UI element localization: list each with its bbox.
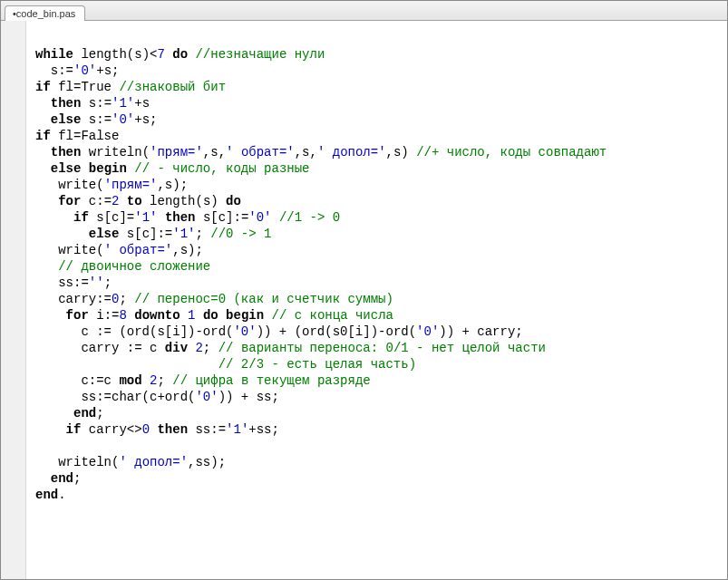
line: // 2/3 - есть целая часть) bbox=[35, 357, 416, 372]
line: while length(s)<7 do //незначащие нули bbox=[35, 47, 325, 62]
line: else s:='0'+s; bbox=[35, 112, 157, 127]
line: if fl=False bbox=[35, 129, 119, 143]
line: for i:=8 downto 1 do begin // с конца чи… bbox=[35, 308, 393, 323]
tab-label: •code_bin.pas bbox=[13, 8, 75, 19]
line: s:='0'+s; bbox=[35, 63, 119, 78]
line: carry := c div 2; // варианты переноса: … bbox=[35, 341, 546, 355]
line: c := (ord(s[i])-ord('0')) + (ord(s0[i])-… bbox=[35, 324, 523, 339]
code-area[interactable]: while length(s)<7 do //незначащие нули s… bbox=[26, 21, 727, 579]
line: if s[c]='1' then s[c]:='0' //1 -> 0 bbox=[35, 210, 340, 225]
line: write(' обрат=',s); bbox=[35, 243, 203, 257]
line: if fl=True //знаковый бит bbox=[35, 80, 226, 94]
gutter bbox=[1, 21, 26, 579]
line: carry:=0; // перенос=0 (как и счетчик су… bbox=[35, 292, 393, 306]
tab-code-bin[interactable]: •code_bin.pas bbox=[5, 5, 85, 21]
line: end; bbox=[35, 471, 81, 486]
line: ss:=char(c+ord('0')) + ss; bbox=[35, 390, 279, 404]
editor: while length(s)<7 do //незначащие нули s… bbox=[1, 21, 727, 579]
tab-bar: •code_bin.pas bbox=[1, 1, 727, 21]
line: end. bbox=[35, 488, 66, 502]
line: for c:=2 to length(s) do bbox=[35, 194, 241, 208]
line: else begin // - число, коды разные bbox=[35, 161, 309, 176]
line: write('прям=',s); bbox=[35, 178, 188, 192]
line: then s:='1'+s bbox=[35, 96, 150, 111]
line: writeln(' допол=',ss); bbox=[35, 455, 226, 469]
line: end; bbox=[35, 406, 104, 420]
line: then writeln('прям=',s,' обрат=',s,' доп… bbox=[35, 145, 607, 160]
line: c:=c mod 2; // цифра в текущем разряде bbox=[35, 373, 371, 388]
line: // двоичное сложение bbox=[35, 259, 210, 274]
line: ss:=''; bbox=[35, 276, 112, 290]
line: if carry<>0 then ss:='1'+ss; bbox=[35, 422, 279, 437]
line: else s[c]:='1'; //0 -> 1 bbox=[35, 227, 271, 241]
